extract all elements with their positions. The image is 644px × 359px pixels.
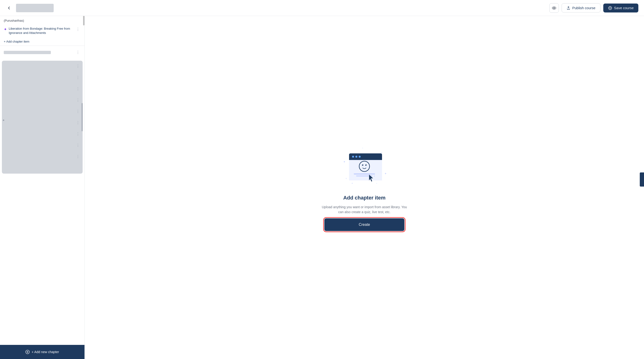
add-new-chapter-icon — [26, 350, 30, 354]
svg-point-20 — [362, 164, 364, 166]
save-label: Save course — [614, 6, 634, 10]
header-right: Publish course Save course — [550, 3, 638, 13]
svg-point-15 — [359, 156, 360, 158]
header: Publish course Save course — [0, 0, 644, 16]
breadcrumb — [16, 4, 54, 12]
svg-point-22 — [363, 165, 363, 166]
preview-button[interactable] — [550, 3, 559, 13]
svg-point-1 — [554, 7, 555, 8]
svg-text:✦: ✦ — [343, 160, 346, 163]
save-button[interactable]: Save course — [603, 3, 638, 12]
publish-button[interactable]: Publish course — [562, 3, 600, 12]
svg-text:+: + — [346, 177, 347, 180]
add-new-chapter-label: + Add new chapter — [32, 350, 59, 354]
svg-text:+: + — [376, 182, 377, 184]
redacted-panel: ⋮ ⋮ ⋮ ⋮ ⋮ ⋮ ⋮ ⋮ ⋮ — [2, 61, 82, 174]
grey-menu-1[interactable]: ⋮ — [75, 50, 81, 55]
add-chapter-item-button[interactable]: + Add chapter item — [0, 37, 33, 46]
sidebar-scroll[interactable]: (Purusharthas) ✦ Liberation from Bondage… — [0, 16, 84, 345]
grey-panel-menu-3[interactable]: ⋮ — [75, 86, 81, 91]
main-content: ✦ + ✦ + ✦ + + — [85, 16, 644, 359]
grey-panel-menu-2[interactable]: ⋮ — [75, 75, 81, 80]
svg-text:✦: ✦ — [352, 182, 353, 184]
right-tab[interactable] — [640, 172, 644, 187]
grey-panel-menu-8[interactable]: ⋮ — [75, 143, 81, 148]
grey-panel-menu-1[interactable]: ⋮ — [75, 63, 81, 69]
svg-rect-18 — [349, 179, 382, 180]
add-chapter-item-label: + Add chapter item — [4, 40, 30, 43]
svg-rect-24 — [354, 173, 375, 175]
grey-panel-menu-6[interactable]: ⋮ — [75, 120, 81, 125]
purusharthas-label: (Purusharthas) — [0, 16, 84, 24]
header-left — [6, 4, 54, 12]
svg-text:+: + — [362, 147, 363, 149]
sidebar-footer[interactable]: + Add new chapter — [0, 345, 84, 359]
empty-state: ✦ + ✦ + ✦ + + — [320, 144, 409, 231]
grey-panel-menu-7[interactable]: ⋮ — [75, 131, 81, 137]
chapter-item-left: ✦ Liberation from Bondage: Breaking Free… — [4, 26, 75, 35]
grey-block-1 — [4, 51, 51, 54]
body: (Purusharthas) ✦ Liberation from Bondage… — [0, 16, 644, 359]
grey-panel-menu-4[interactable]: ⋮ — [75, 97, 81, 103]
grey-panel-menu-5[interactable]: ⋮ — [75, 109, 81, 114]
svg-text:✦: ✦ — [384, 172, 387, 175]
svg-rect-12 — [349, 157, 382, 160]
svg-point-13 — [352, 156, 354, 158]
sparkle-icon: ✦ — [4, 27, 7, 31]
svg-rect-16 — [349, 160, 382, 180]
publish-label: Publish course — [572, 6, 595, 10]
grey-panel-menu-9[interactable]: ⋮ — [75, 154, 81, 159]
svg-point-14 — [356, 156, 357, 158]
sidebar: (Purusharthas) ✦ Liberation from Bondage… — [0, 16, 85, 359]
svg-point-0 — [552, 7, 556, 9]
back-button[interactable] — [6, 5, 12, 11]
sidebar-scrollbar-thumb — [82, 103, 82, 131]
create-button[interactable]: Create — [324, 218, 404, 231]
grey-row-1: ⋮ — [0, 48, 84, 57]
empty-state-title: Add chapter item — [343, 195, 386, 201]
scroll-indicator — [83, 16, 84, 25]
chapter-item-text: Liberation from Bondage: Breaking Free f… — [9, 26, 75, 35]
grey-dot — [3, 119, 4, 121]
empty-state-illustration: ✦ + ✦ + ✦ + + — [338, 144, 390, 191]
svg-point-21 — [365, 164, 367, 166]
redacted-section-1: ⋮ — [0, 46, 84, 59]
create-label: Create — [359, 223, 370, 227]
chapter-item[interactable]: ✦ Liberation from Bondage: Breaking Free… — [0, 24, 84, 37]
chapter-item-menu-button[interactable]: ⋮ — [75, 26, 81, 32]
empty-state-description: Upload anything you want or import from … — [320, 205, 409, 215]
svg-text:✦: ✦ — [373, 175, 375, 177]
svg-point-23 — [366, 165, 366, 166]
